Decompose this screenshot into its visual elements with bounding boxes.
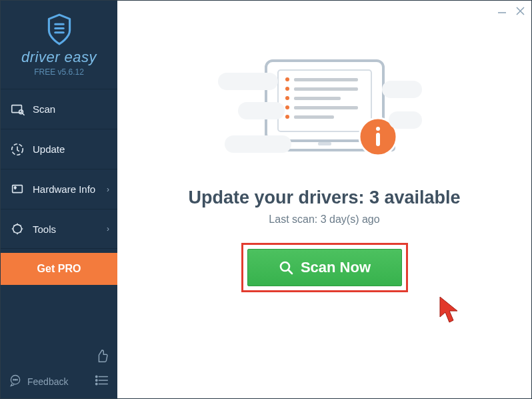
svg-point-10	[15, 380, 15, 380]
svg-rect-24	[294, 97, 341, 100]
svg-rect-4	[13, 185, 23, 192]
svg-point-11	[17, 380, 17, 380]
feedback-label: Feedback	[27, 376, 68, 387]
scan-now-label: Scan Now	[301, 259, 371, 276]
svg-rect-22	[294, 78, 358, 81]
brand-name: driver easy	[1, 49, 117, 66]
chevron-right-icon: ›	[107, 224, 109, 234]
brand-logo-icon	[43, 13, 76, 46]
svg-point-9	[13, 380, 14, 380]
sidebar-item-label: Update	[33, 143, 65, 155]
search-icon	[278, 260, 294, 276]
sidebar-nav: Scan Update i Hardware Info ›	[1, 83, 117, 249]
main-content: Update your drivers: 3 available Last sc…	[117, 1, 531, 398]
brand-tagline: FREE v5.6.12	[1, 67, 117, 77]
tools-icon	[10, 222, 25, 236]
sidebar-item-label: Tools	[33, 224, 56, 235]
update-icon	[10, 142, 25, 157]
svg-point-18	[285, 87, 289, 91]
scan-highlight-frame: Scan Now	[241, 243, 408, 292]
get-pro-label: Get PRO	[37, 263, 81, 275]
svg-point-17	[285, 77, 289, 81]
svg-point-13	[96, 380, 97, 381]
svg-text:i: i	[15, 186, 15, 189]
laptop-illustration	[231, 57, 418, 177]
feedback-icon	[9, 374, 22, 389]
chevron-right-icon: ›	[107, 185, 109, 194]
sidebar-item-scan[interactable]: Scan	[1, 89, 117, 129]
sidebar-item-label: Scan	[33, 103, 55, 115]
minimize-icon[interactable]	[497, 6, 507, 18]
hardware-icon: i	[10, 182, 25, 197]
brand-block: driver easy FREE v5.6.12	[1, 1, 117, 83]
svg-rect-25	[294, 106, 358, 109]
svg-rect-26	[294, 115, 334, 119]
cursor-arrow-icon	[437, 294, 464, 326]
feedback-button[interactable]: Feedback	[9, 374, 68, 389]
thumbs-up-icon[interactable]	[95, 349, 109, 366]
main-title: Update your drivers: 3 available	[117, 187, 531, 208]
sidebar: driver easy FREE v5.6.12 Scan Update	[1, 1, 117, 398]
sidebar-footer: Feedback	[1, 342, 117, 398]
list-view-icon[interactable]	[95, 374, 109, 389]
svg-point-31	[376, 127, 380, 131]
svg-point-14	[96, 383, 97, 384]
hero-section: Update your drivers: 3 available Last sc…	[117, 1, 531, 292]
sidebar-item-label: Hardware Info	[33, 183, 95, 195]
svg-point-12	[96, 376, 97, 377]
svg-point-21	[285, 115, 289, 119]
sidebar-item-tools[interactable]: Tools ›	[1, 209, 117, 249]
sidebar-item-update[interactable]: Update	[1, 129, 117, 169]
close-icon[interactable]	[516, 6, 525, 18]
get-pro-button[interactable]: Get PRO	[1, 253, 117, 285]
main-subtitle: Last scan: 3 day(s) ago	[117, 214, 531, 226]
svg-point-20	[285, 105, 289, 109]
svg-rect-28	[318, 142, 331, 145]
svg-rect-32	[376, 133, 380, 146]
svg-rect-23	[294, 87, 358, 91]
window-controls	[497, 6, 525, 18]
svg-rect-1	[12, 105, 22, 112]
sidebar-item-hardware-info[interactable]: i Hardware Info ›	[1, 169, 117, 209]
scan-now-button[interactable]: Scan Now	[247, 249, 402, 286]
scan-icon	[10, 102, 25, 117]
svg-point-19	[285, 96, 289, 100]
